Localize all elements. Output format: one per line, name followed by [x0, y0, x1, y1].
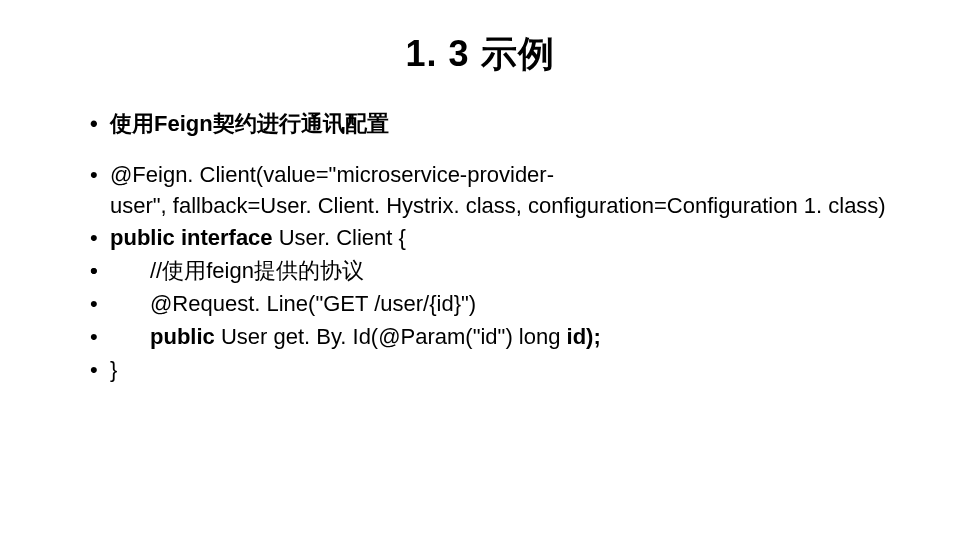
- bullet-text: user", fallback=User. Client. Hystrix. c…: [110, 193, 886, 218]
- bullet-text: User. Client {: [279, 225, 406, 250]
- bullet-text: @Feign. Client(value="microservice-provi…: [110, 162, 554, 187]
- bullet-text: @Request. Line("GET /user/{id}"): [110, 289, 476, 320]
- slide-title: 1. 3 示例: [60, 30, 900, 79]
- bullet-text: public interface: [110, 225, 279, 250]
- bullet-item: //使用feign提供的协议: [90, 256, 900, 287]
- bullet-item: @Request. Line("GET /user/{id}"): [90, 289, 900, 320]
- bullet-text: 使用Feign契约进行通讯配置: [110, 111, 389, 136]
- bullet-item: public User get. By. Id(@Param("id") lon…: [90, 322, 900, 353]
- bullet-text: User get. By. Id(@Param("id") long: [221, 324, 567, 349]
- bullet-item: @Feign. Client(value="microservice-provi…: [90, 160, 900, 222]
- bullet-item: public interface User. Client {: [90, 223, 900, 254]
- bullet-text: public: [150, 324, 221, 349]
- bullet-text: id);: [567, 324, 601, 349]
- bullet-item: 使用Feign契约进行通讯配置: [90, 109, 900, 140]
- bullet-item: }: [90, 355, 900, 386]
- bullet-list: 使用Feign契约进行通讯配置 @Feign. Client(value="mi…: [60, 109, 900, 385]
- bullet-text: }: [110, 357, 117, 382]
- slide: 1. 3 示例 使用Feign契约进行通讯配置 @Feign. Client(v…: [0, 0, 960, 417]
- bullet-text: //使用feign提供的协议: [110, 256, 364, 287]
